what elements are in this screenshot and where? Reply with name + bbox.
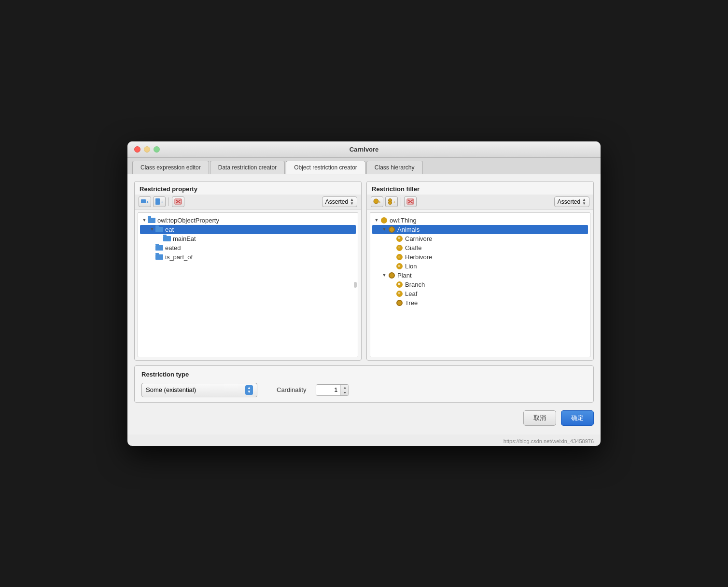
cardinality-arrows: ▲ ▼	[340, 385, 349, 395]
folder-icon-main-eat	[163, 236, 171, 241]
node-label-animals: Animals	[397, 226, 420, 233]
svg-text:+: +	[378, 200, 381, 205]
tab-data-restriction-creator[interactable]: Data restriction creator	[210, 161, 285, 174]
main-window: Carnivore Class expression editor Data r…	[127, 141, 601, 446]
restriction-filler-panel: Restriction filler + +	[366, 181, 594, 361]
tree-node-tree[interactable]: Tree	[372, 298, 588, 307]
chevron-owl-thing[interactable]	[373, 218, 380, 223]
tree-node-plant[interactable]: Plant	[372, 271, 588, 280]
svg-rect-0	[141, 199, 146, 203]
svg-text:+: +	[146, 200, 149, 205]
tree-node-herbivore[interactable]: = Herbivore	[372, 252, 588, 262]
close-button[interactable]	[134, 146, 140, 153]
equals-icon-giaffe: =	[395, 245, 403, 251]
tree-node-animals[interactable]: Animals	[372, 225, 588, 234]
restricted-property-panel: Restricted property + +	[134, 181, 362, 361]
svg-rect-3	[155, 201, 160, 205]
cardinality-up[interactable]: ▲	[341, 385, 349, 390]
asserted-label-right: Asserted	[558, 198, 580, 205]
window-title: Carnivore	[350, 146, 379, 153]
watermark: https://blog.csdn.net/weixin_43458976	[127, 434, 601, 446]
asserted-arrows-right: ▲ ▼	[582, 198, 586, 206]
confirm-button[interactable]: 确定	[561, 410, 594, 426]
delete-button-left[interactable]	[172, 196, 184, 207]
node-label-giaffe: Giaffe	[405, 244, 421, 252]
tree-node-main-eat[interactable]: mainEat	[140, 234, 356, 243]
restriction-type-dropdown[interactable]: Some (existential) ▲ ▼	[141, 383, 257, 397]
restriction-filler-header: Restriction filler	[367, 182, 593, 195]
tree-node-owl-thing[interactable]: owl:Thing	[372, 216, 588, 225]
titlebar: Carnivore	[127, 141, 601, 158]
cardinality-label: Cardinality	[277, 386, 306, 393]
circle-icon-plant	[388, 272, 395, 278]
add-sibling-button[interactable]: +	[153, 196, 166, 207]
node-label-leaf: Leaf	[405, 290, 417, 297]
tree-node-top-object-property[interactable]: owl:topObjectProperty	[140, 216, 356, 225]
asserted-label-left: Asserted	[325, 198, 348, 205]
equals-icon-herbivore: =	[395, 254, 403, 260]
svg-point-11	[389, 201, 392, 205]
node-label-is-part-of: is_part_of	[165, 253, 193, 261]
tab-bar: Class expression editor Data restriction…	[127, 158, 601, 174]
tree-node-carnivore[interactable]: = Carnivore	[372, 234, 588, 243]
tree-node-eated[interactable]: eated	[140, 243, 356, 252]
main-content: Restricted property + +	[127, 174, 601, 434]
tab-object-restriction-creator[interactable]: Object restriction creator	[286, 161, 365, 174]
asserted-select-right[interactable]: Asserted ▲ ▼	[554, 196, 589, 207]
restricted-property-header: Restricted property	[135, 182, 361, 195]
node-label-eat: eat	[165, 226, 174, 233]
node-label-owl-thing: owl:Thing	[390, 217, 417, 224]
restriction-filler-tree[interactable]: owl:Thing Animals	[370, 212, 590, 357]
tree-node-branch[interactable]: = Branch	[372, 280, 588, 289]
tree-node-eat[interactable]: eat	[140, 225, 356, 234]
add-individual-button[interactable]: +	[371, 196, 383, 207]
restriction-type-row: Some (existential) ▲ ▼ Cardinality 1 ▲ ▼	[141, 383, 587, 397]
tree-node-is-part-of[interactable]: is_part_of	[140, 252, 356, 262]
equals-icon-carnivore: =	[395, 236, 403, 241]
tree-node-leaf[interactable]: = Leaf	[372, 289, 588, 298]
folder-icon-top	[148, 217, 155, 223]
chevron-top-object[interactable]	[141, 218, 148, 223]
add-subclass-button[interactable]: +	[139, 196, 151, 207]
folder-icon-is-part-of	[155, 254, 163, 260]
cardinality-input[interactable]: 1 ▲ ▼	[316, 384, 349, 396]
cardinality-field[interactable]: 1	[316, 385, 340, 395]
restriction-type-section: Restriction type Some (existential) ▲ ▼ …	[134, 365, 594, 403]
node-label-branch: Branch	[405, 281, 425, 288]
chevron-animals[interactable]	[381, 227, 388, 232]
traffic-lights	[134, 146, 160, 153]
node-label-tree: Tree	[405, 299, 418, 307]
circle-icon-animals	[388, 226, 395, 232]
tab-class-hierarchy[interactable]: Class hierarchy	[366, 161, 423, 174]
folder-icon-eat	[155, 226, 163, 232]
node-label-herbivore: Herbivore	[405, 253, 432, 261]
chevron-eat[interactable]	[149, 227, 155, 232]
chevron-plant[interactable]	[381, 273, 388, 278]
scrollbar-left	[354, 282, 357, 288]
circle-icon-tree	[395, 300, 403, 306]
toolbar-separator-2	[401, 197, 401, 206]
tree-node-giaffe[interactable]: = Giaffe	[372, 243, 588, 252]
node-label-carnivore: Carnivore	[405, 235, 432, 242]
tree-node-lion[interactable]: = Lion	[372, 262, 588, 271]
maximize-button[interactable]	[154, 146, 160, 153]
panels-row: Restricted property + +	[134, 181, 594, 361]
tab-class-expression-editor[interactable]: Class expression editor	[132, 161, 209, 174]
footer-buttons: 取消 确定	[134, 408, 594, 428]
restriction-filler-toolbar: + +	[367, 195, 593, 210]
delete-button-right[interactable]	[404, 196, 417, 207]
asserted-arrows-left: ▲ ▼	[350, 198, 354, 206]
svg-text:+: +	[161, 200, 163, 205]
equals-icon-branch: =	[395, 281, 403, 287]
equals-icon-leaf: =	[395, 291, 403, 296]
cardinality-down[interactable]: ▼	[341, 390, 349, 395]
asserted-select-left[interactable]: Asserted ▲ ▼	[322, 196, 357, 207]
add-class-button[interactable]: +	[385, 196, 398, 207]
node-label-lion: Lion	[405, 263, 417, 270]
restricted-property-tree[interactable]: owl:topObjectProperty eat	[138, 212, 358, 357]
cancel-button[interactable]: 取消	[523, 410, 556, 426]
svg-point-8	[374, 199, 378, 204]
minimize-button[interactable]	[144, 146, 150, 153]
restricted-property-toolbar: + +	[135, 195, 361, 210]
folder-icon-eated	[155, 245, 163, 251]
